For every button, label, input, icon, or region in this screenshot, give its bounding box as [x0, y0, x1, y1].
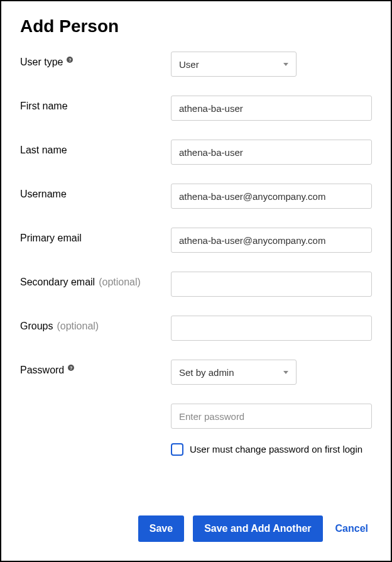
save-button[interactable]: Save: [138, 515, 184, 542]
field-last-name: Last name: [20, 140, 372, 165]
page-title: Add Person: [20, 16, 372, 36]
field-password: Password ? Set by admin: [20, 360, 372, 385]
cancel-button[interactable]: Cancel: [332, 515, 372, 542]
chevron-down-icon: [283, 63, 288, 66]
primary-email-input[interactable]: [171, 228, 372, 253]
field-primary-email: Primary email: [20, 228, 372, 253]
password-section: User must change password on first login: [171, 404, 372, 457]
groups-input[interactable]: [171, 316, 372, 341]
field-groups: Groups (optional): [20, 316, 372, 341]
password-input[interactable]: [171, 404, 372, 429]
user-type-label-text: User type: [20, 57, 63, 68]
groups-label-text: Groups: [20, 321, 53, 332]
groups-label: Groups (optional): [20, 316, 171, 332]
field-username: Username: [20, 184, 372, 209]
change-password-checkbox-row: User must change password on first login: [171, 443, 372, 457]
help-icon[interactable]: ?: [67, 57, 73, 63]
password-mode-select[interactable]: Set by admin: [171, 360, 297, 385]
last-name-label: Last name: [20, 140, 171, 156]
secondary-email-label: Secondary email (optional): [20, 272, 171, 288]
user-type-select[interactable]: User: [171, 52, 297, 77]
username-label: Username: [20, 184, 171, 200]
secondary-email-input[interactable]: [171, 272, 372, 297]
change-password-checkbox[interactable]: [171, 443, 183, 456]
last-name-input[interactable]: [171, 140, 372, 165]
user-type-value: User: [179, 59, 199, 70]
user-type-label: User type ?: [20, 52, 171, 68]
username-input[interactable]: [171, 184, 372, 209]
first-name-label: First name: [20, 96, 171, 112]
change-password-label: User must change password on first login: [190, 443, 362, 457]
add-person-form: Add Person User type ? User First name L…: [0, 0, 392, 562]
optional-text: (optional): [57, 321, 99, 332]
optional-text: (optional): [99, 277, 141, 288]
primary-email-label: Primary email: [20, 228, 171, 244]
chevron-down-icon: [283, 371, 288, 374]
button-bar: Save Save and Add Another Cancel: [138, 515, 372, 542]
save-add-another-button[interactable]: Save and Add Another: [193, 515, 322, 542]
field-user-type: User type ? User: [20, 52, 372, 77]
help-icon[interactable]: ?: [68, 365, 74, 371]
password-mode-value: Set by admin: [179, 367, 234, 378]
password-label: Password ?: [20, 360, 171, 376]
password-label-text: Password: [20, 365, 64, 376]
field-secondary-email: Secondary email (optional): [20, 272, 372, 297]
first-name-input[interactable]: [171, 96, 372, 121]
secondary-email-label-text: Secondary email: [20, 277, 95, 288]
field-first-name: First name: [20, 96, 372, 121]
